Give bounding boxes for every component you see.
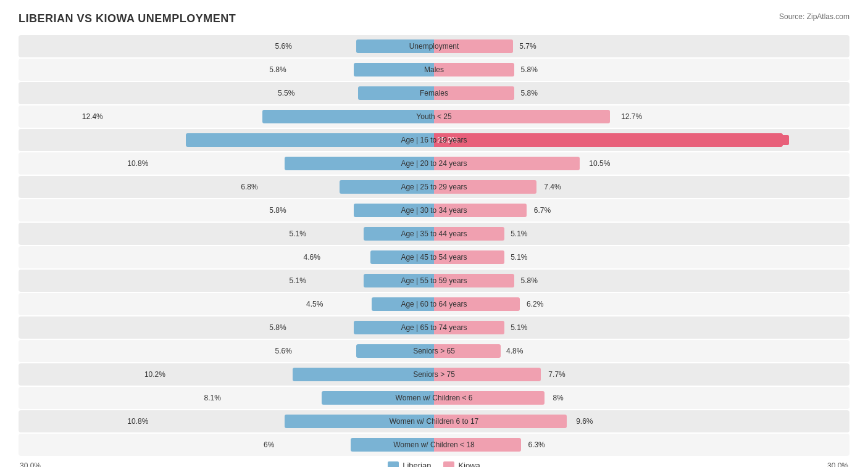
value-left-15: 8.1% (204, 394, 317, 402)
bar-right-17: 6.3% (434, 438, 521, 452)
value-left-12: 5.8% (269, 323, 349, 332)
row-inner: 5.8% 6.7% Age | 30 to 34 years (19, 199, 849, 221)
bar-right-5: 10.5% (434, 157, 580, 170)
row-inner: 5.5% 5.8% Females (19, 82, 849, 104)
bar-right-9: 5.1% (434, 250, 504, 264)
bar-left-6: 6.8% (340, 180, 434, 194)
row-inner: 8.1% 8% Women w/ Children < 6 (19, 387, 849, 409)
legend-item-kiowa: Kiowa (443, 461, 480, 467)
bar-left-0: 5.6% (356, 39, 434, 53)
value-right-13: 4.8% (504, 347, 570, 355)
bar-right-4: 25.2% (434, 133, 783, 147)
value-left-5: 10.8% (127, 159, 277, 168)
value-left-0: 5.6% (275, 42, 353, 51)
value-left-7: 5.8% (269, 206, 349, 215)
row-inner: 5.1% 5.1% Age | 35 to 44 years (19, 223, 849, 245)
bar-right-2: 5.8% (434, 86, 514, 100)
bar-row: 5.6% 4.8% Seniors > 65 (19, 340, 849, 362)
bar-left-12: 5.8% (354, 321, 434, 334)
value-right-14: 7.7% (546, 370, 653, 379)
row-inner: 5.6% 5.7% Unemployment (19, 35, 849, 57)
value-right-9: 5.1% (508, 253, 578, 262)
bar-row: 10.2% 7.7% Seniors > 75 (19, 363, 849, 386)
bar-right-12: 5.1% (434, 321, 504, 334)
bar-left-16: 10.8% (285, 415, 434, 428)
legend-label-kiowa: Kiowa (458, 461, 480, 467)
bar-row: 10.8% 10.5% Age | 20 to 24 years (19, 152, 849, 175)
bar-left-3: 12.4% (262, 110, 434, 123)
bar-row: 8.1% 8% Women w/ Children < 6 (19, 387, 849, 409)
bar-row: 6.8% 7.4% Age | 25 to 29 years (19, 176, 849, 198)
bar-left-13: 5.6% (356, 344, 434, 358)
bar-row: 4.5% 6.2% Age | 60 to 64 years (19, 293, 849, 315)
value-left-10: 5.1% (289, 276, 359, 285)
bar-left-1: 5.8% (354, 63, 434, 76)
bar-left-4: 17.9% (186, 133, 434, 147)
bar-left-7: 5.8% (354, 204, 434, 217)
bar-right-11: 6.2% (434, 297, 520, 311)
chart-area: 5.6% 5.7% Unemployment 5.8% 5.8% Males (19, 35, 849, 456)
row-inner: 10.2% 7.7% Seniors > 75 (19, 363, 849, 386)
legend-color-liberian (388, 461, 399, 468)
bar-left-2: 5.5% (358, 86, 434, 100)
bar-row: 5.6% 5.7% Unemployment (19, 35, 849, 57)
row-inner: 5.8% 5.1% Age | 65 to 74 years (19, 316, 849, 339)
bar-right-16: 9.6% (434, 415, 567, 428)
value-left-17: 6% (264, 440, 347, 449)
value-left-4: 17.9% (0, 136, 173, 144)
bar-right-7: 6.7% (434, 204, 527, 217)
legend-label-liberian: Liberian (403, 461, 431, 467)
bar-right-13: 4.8% (434, 344, 501, 358)
bar-row: 5.8% 5.8% Males (19, 59, 849, 81)
value-right-2: 5.8% (519, 89, 599, 97)
bar-right-8: 5.1% (434, 227, 504, 241)
bar-row: 5.8% 5.1% Age | 65 to 74 years (19, 316, 849, 339)
value-right-3: 12.7% (619, 112, 795, 121)
value-left-11: 4.5% (306, 300, 369, 308)
row-inner: 5.1% 5.8% Age | 55 to 59 years (19, 270, 849, 292)
bar-row: 5.1% 5.8% Age | 55 to 59 years (19, 270, 849, 292)
row-inner: 5.8% 5.8% Males (19, 59, 849, 81)
bar-left-9: 4.6% (370, 250, 434, 264)
bar-left-15: 8.1% (322, 391, 434, 405)
bar-left-8: 5.1% (364, 227, 434, 241)
value-right-7: 6.7% (532, 206, 624, 215)
row-inner: 6.8% 7.4% Age | 25 to 29 years (19, 176, 849, 198)
value-right-5: 10.5% (586, 159, 732, 168)
value-right-10: 5.8% (519, 276, 599, 285)
bar-right-1: 5.8% (434, 63, 514, 76)
value-left-1: 5.8% (269, 65, 349, 74)
bar-row: 6% 6.3% Women w/ Children < 18 (19, 434, 849, 456)
chart-source: Source: ZipAtlas.com (779, 12, 849, 21)
row-inner: 6% 6.3% Women w/ Children < 18 (19, 434, 849, 456)
value-left-16: 10.8% (127, 417, 277, 426)
chart-container: LIBERIAN VS KIOWA UNEMPLOYMENT Source: Z… (0, 0, 868, 467)
value-right-0: 5.7% (517, 42, 596, 51)
bar-right-6: 7.4% (434, 180, 536, 194)
bar-left-11: 4.5% (372, 297, 434, 311)
row-inner: 4.5% 6.2% Age | 60 to 64 years (19, 293, 849, 315)
chart-header: LIBERIAN VS KIOWA UNEMPLOYMENT Source: Z… (19, 12, 849, 25)
value-right-11: 6.2% (524, 300, 610, 308)
legend-item-liberian: Liberian (388, 461, 431, 467)
bar-row: 5.1% 5.1% Age | 35 to 44 years (19, 223, 849, 245)
bar-right-15: 8% (434, 391, 545, 405)
bar-left-14: 10.2% (293, 368, 434, 381)
value-right-4: 25.2% (434, 135, 789, 145)
value-right-16: 9.6% (574, 417, 706, 426)
value-left-9: 4.6% (303, 253, 367, 262)
legend-color-kiowa (443, 461, 454, 468)
value-left-13: 5.6% (275, 347, 353, 355)
bar-left-5: 10.8% (285, 157, 434, 170)
legend: Liberian Kiowa (388, 461, 480, 467)
value-left-2: 5.5% (278, 89, 354, 97)
bar-row: 5.8% 6.7% Age | 30 to 34 years (19, 199, 849, 221)
chart-title: LIBERIAN VS KIOWA UNEMPLOYMENT (19, 12, 236, 25)
value-left-8: 5.1% (289, 229, 359, 238)
bar-left-17: 6% (351, 438, 434, 452)
value-right-17: 6.3% (525, 440, 612, 449)
value-right-15: 8% (550, 394, 661, 402)
bar-row: 4.6% 5.1% Age | 45 to 54 years (19, 246, 849, 268)
bar-row: 12.4% 12.7% Youth < 25 (19, 105, 849, 128)
row-inner: 17.9% 25.2% Age | 16 to 19 years (19, 129, 849, 151)
